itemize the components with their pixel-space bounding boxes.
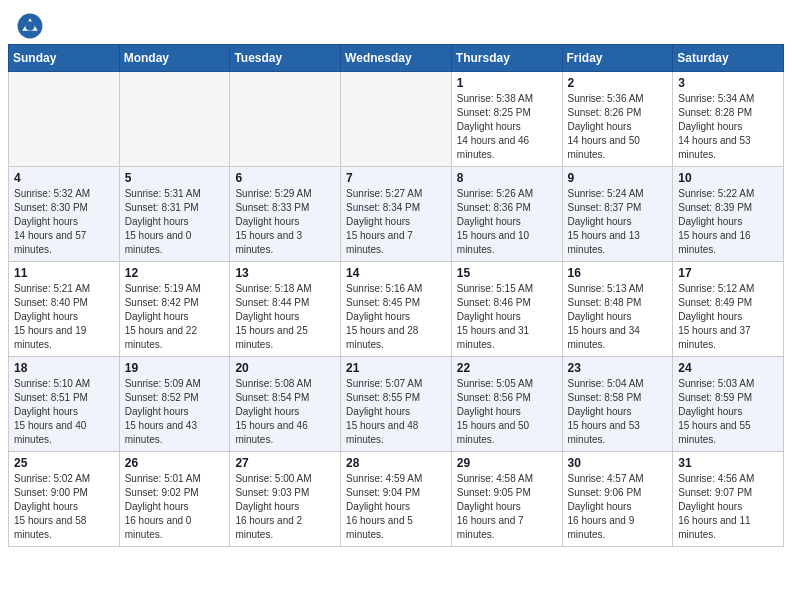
day-number: 5	[125, 171, 225, 185]
calendar-cell: 20Sunrise: 5:08 AMSunset: 8:54 PMDayligh…	[230, 357, 341, 452]
calendar-cell: 21Sunrise: 5:07 AMSunset: 8:55 PMDayligh…	[341, 357, 452, 452]
day-number: 7	[346, 171, 446, 185]
day-info: Sunrise: 5:07 AMSunset: 8:55 PMDaylight …	[346, 377, 446, 447]
calendar-cell: 9Sunrise: 5:24 AMSunset: 8:37 PMDaylight…	[562, 167, 673, 262]
calendar-cell: 5Sunrise: 5:31 AMSunset: 8:31 PMDaylight…	[119, 167, 230, 262]
logo	[16, 12, 48, 40]
day-number: 4	[14, 171, 114, 185]
day-number: 25	[14, 456, 114, 470]
day-info: Sunrise: 5:10 AMSunset: 8:51 PMDaylight …	[14, 377, 114, 447]
calendar-cell	[230, 72, 341, 167]
day-number: 21	[346, 361, 446, 375]
day-number: 6	[235, 171, 335, 185]
calendar-cell: 11Sunrise: 5:21 AMSunset: 8:40 PMDayligh…	[9, 262, 120, 357]
calendar-cell: 8Sunrise: 5:26 AMSunset: 8:36 PMDaylight…	[451, 167, 562, 262]
calendar-cell: 29Sunrise: 4:58 AMSunset: 9:05 PMDayligh…	[451, 452, 562, 547]
calendar-cell: 22Sunrise: 5:05 AMSunset: 8:56 PMDayligh…	[451, 357, 562, 452]
day-number: 30	[568, 456, 668, 470]
weekday-header-row: SundayMondayTuesdayWednesdayThursdayFrid…	[9, 45, 784, 72]
day-number: 8	[457, 171, 557, 185]
calendar-cell: 31Sunrise: 4:56 AMSunset: 9:07 PMDayligh…	[673, 452, 784, 547]
day-info: Sunrise: 4:57 AMSunset: 9:06 PMDaylight …	[568, 472, 668, 542]
calendar-cell	[341, 72, 452, 167]
day-number: 24	[678, 361, 778, 375]
calendar-table: SundayMondayTuesdayWednesdayThursdayFrid…	[8, 44, 784, 547]
day-info: Sunrise: 5:19 AMSunset: 8:42 PMDaylight …	[125, 282, 225, 352]
calendar-cell: 17Sunrise: 5:12 AMSunset: 8:49 PMDayligh…	[673, 262, 784, 357]
day-info: Sunrise: 5:31 AMSunset: 8:31 PMDaylight …	[125, 187, 225, 257]
weekday-header-tuesday: Tuesday	[230, 45, 341, 72]
logo-icon	[16, 12, 44, 40]
day-number: 3	[678, 76, 778, 90]
weekday-header-thursday: Thursday	[451, 45, 562, 72]
calendar-cell: 15Sunrise: 5:15 AMSunset: 8:46 PMDayligh…	[451, 262, 562, 357]
weekday-header-sunday: Sunday	[9, 45, 120, 72]
day-number: 16	[568, 266, 668, 280]
day-info: Sunrise: 5:22 AMSunset: 8:39 PMDaylight …	[678, 187, 778, 257]
day-info: Sunrise: 5:26 AMSunset: 8:36 PMDaylight …	[457, 187, 557, 257]
day-number: 14	[346, 266, 446, 280]
weekday-header-friday: Friday	[562, 45, 673, 72]
week-row-2: 4Sunrise: 5:32 AMSunset: 8:30 PMDaylight…	[9, 167, 784, 262]
day-info: Sunrise: 5:36 AMSunset: 8:26 PMDaylight …	[568, 92, 668, 162]
calendar-cell	[9, 72, 120, 167]
day-info: Sunrise: 5:18 AMSunset: 8:44 PMDaylight …	[235, 282, 335, 352]
day-info: Sunrise: 4:59 AMSunset: 9:04 PMDaylight …	[346, 472, 446, 542]
calendar-cell: 7Sunrise: 5:27 AMSunset: 8:34 PMDaylight…	[341, 167, 452, 262]
calendar-cell: 16Sunrise: 5:13 AMSunset: 8:48 PMDayligh…	[562, 262, 673, 357]
day-number: 19	[125, 361, 225, 375]
day-info: Sunrise: 5:09 AMSunset: 8:52 PMDaylight …	[125, 377, 225, 447]
day-number: 31	[678, 456, 778, 470]
day-info: Sunrise: 5:02 AMSunset: 9:00 PMDaylight …	[14, 472, 114, 542]
day-number: 22	[457, 361, 557, 375]
weekday-header-wednesday: Wednesday	[341, 45, 452, 72]
day-info: Sunrise: 5:12 AMSunset: 8:49 PMDaylight …	[678, 282, 778, 352]
calendar-cell: 18Sunrise: 5:10 AMSunset: 8:51 PMDayligh…	[9, 357, 120, 452]
calendar-cell: 19Sunrise: 5:09 AMSunset: 8:52 PMDayligh…	[119, 357, 230, 452]
day-info: Sunrise: 4:56 AMSunset: 9:07 PMDaylight …	[678, 472, 778, 542]
calendar-cell: 14Sunrise: 5:16 AMSunset: 8:45 PMDayligh…	[341, 262, 452, 357]
day-info: Sunrise: 5:29 AMSunset: 8:33 PMDaylight …	[235, 187, 335, 257]
day-number: 11	[14, 266, 114, 280]
calendar-cell: 28Sunrise: 4:59 AMSunset: 9:04 PMDayligh…	[341, 452, 452, 547]
day-number: 2	[568, 76, 668, 90]
weekday-header-monday: Monday	[119, 45, 230, 72]
day-info: Sunrise: 5:15 AMSunset: 8:46 PMDaylight …	[457, 282, 557, 352]
page: SundayMondayTuesdayWednesdayThursdayFrid…	[0, 0, 792, 555]
calendar-cell: 12Sunrise: 5:19 AMSunset: 8:42 PMDayligh…	[119, 262, 230, 357]
day-number: 9	[568, 171, 668, 185]
day-number: 18	[14, 361, 114, 375]
calendar-cell: 25Sunrise: 5:02 AMSunset: 9:00 PMDayligh…	[9, 452, 120, 547]
week-row-1: 1Sunrise: 5:38 AMSunset: 8:25 PMDaylight…	[9, 72, 784, 167]
calendar-wrapper: SundayMondayTuesdayWednesdayThursdayFrid…	[0, 44, 792, 555]
day-info: Sunrise: 5:32 AMSunset: 8:30 PMDaylight …	[14, 187, 114, 257]
day-info: Sunrise: 5:04 AMSunset: 8:58 PMDaylight …	[568, 377, 668, 447]
day-info: Sunrise: 5:38 AMSunset: 8:25 PMDaylight …	[457, 92, 557, 162]
calendar-cell: 1Sunrise: 5:38 AMSunset: 8:25 PMDaylight…	[451, 72, 562, 167]
day-number: 17	[678, 266, 778, 280]
calendar-cell: 2Sunrise: 5:36 AMSunset: 8:26 PMDaylight…	[562, 72, 673, 167]
day-info: Sunrise: 5:08 AMSunset: 8:54 PMDaylight …	[235, 377, 335, 447]
day-info: Sunrise: 5:34 AMSunset: 8:28 PMDaylight …	[678, 92, 778, 162]
header	[0, 0, 792, 44]
day-number: 27	[235, 456, 335, 470]
day-number: 29	[457, 456, 557, 470]
calendar-cell: 30Sunrise: 4:57 AMSunset: 9:06 PMDayligh…	[562, 452, 673, 547]
calendar-cell: 10Sunrise: 5:22 AMSunset: 8:39 PMDayligh…	[673, 167, 784, 262]
day-number: 15	[457, 266, 557, 280]
day-number: 26	[125, 456, 225, 470]
day-info: Sunrise: 5:01 AMSunset: 9:02 PMDaylight …	[125, 472, 225, 542]
day-info: Sunrise: 5:03 AMSunset: 8:59 PMDaylight …	[678, 377, 778, 447]
day-number: 10	[678, 171, 778, 185]
day-info: Sunrise: 4:58 AMSunset: 9:05 PMDaylight …	[457, 472, 557, 542]
calendar-cell	[119, 72, 230, 167]
day-info: Sunrise: 5:13 AMSunset: 8:48 PMDaylight …	[568, 282, 668, 352]
day-info: Sunrise: 5:27 AMSunset: 8:34 PMDaylight …	[346, 187, 446, 257]
calendar-cell: 27Sunrise: 5:00 AMSunset: 9:03 PMDayligh…	[230, 452, 341, 547]
calendar-cell: 3Sunrise: 5:34 AMSunset: 8:28 PMDaylight…	[673, 72, 784, 167]
day-number: 1	[457, 76, 557, 90]
week-row-4: 18Sunrise: 5:10 AMSunset: 8:51 PMDayligh…	[9, 357, 784, 452]
week-row-3: 11Sunrise: 5:21 AMSunset: 8:40 PMDayligh…	[9, 262, 784, 357]
calendar-cell: 4Sunrise: 5:32 AMSunset: 8:30 PMDaylight…	[9, 167, 120, 262]
calendar-cell: 26Sunrise: 5:01 AMSunset: 9:02 PMDayligh…	[119, 452, 230, 547]
